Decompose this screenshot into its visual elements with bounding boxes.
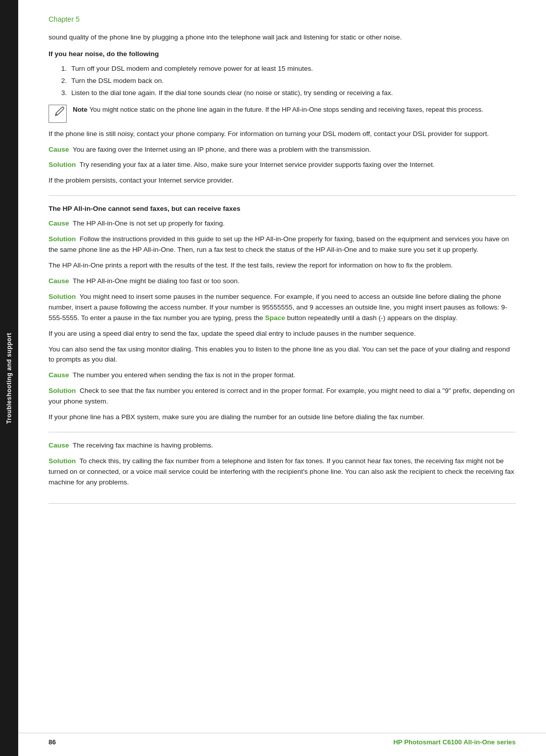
- cause-4: Cause The number you entered when sendin…: [49, 370, 516, 381]
- solution-4-text1: Check to see that the fax number you ent…: [49, 387, 515, 405]
- solution-3-line2: If you are using a speed dial entry to s…: [49, 329, 516, 339]
- numbered-steps-list: 1. Turn off your DSL modem and completel…: [59, 64, 516, 99]
- pencil-svg: [55, 106, 65, 116]
- solution-4-line2: If your phone line has a PBX system, mak…: [49, 412, 516, 423]
- solution-1-text: Try resending your fax at a later time. …: [79, 161, 435, 168]
- solution-5-label: Solution: [49, 457, 76, 465]
- solution-1: Solution Try resending your fax at a lat…: [49, 160, 516, 170]
- step-3: 3. Listen to the dial tone again. If the…: [59, 88, 516, 99]
- chapter-header: Chapter 5: [49, 15, 516, 23]
- cause-1-text: You are faxing over the Internet using a…: [73, 146, 371, 153]
- solution-4-line1: Solution Check to see that the fax numbe…: [49, 386, 516, 407]
- note-box: NoteYou might notice static on the phone…: [49, 105, 516, 123]
- divider-2: [49, 432, 516, 432]
- cause-5: Cause The receiving fax machine is havin…: [49, 440, 516, 451]
- sidebar-label: Troubleshooting and support: [6, 332, 13, 423]
- solution-3-line1: Solution You might need to insert some p…: [49, 292, 516, 324]
- cause-1-label: Cause: [49, 146, 69, 153]
- note-icon: [49, 105, 67, 123]
- space-label: Space: [265, 314, 285, 322]
- note-label: Note: [73, 106, 87, 113]
- footer: 86 HP Photosmart C6100 All-in-One series: [18, 733, 546, 746]
- cause-5-label: Cause: [49, 441, 69, 449]
- solution-5-text1: To check this, try calling the fax numbe…: [49, 457, 514, 486]
- note-text: NoteYou might notice static on the phone…: [73, 105, 483, 115]
- cause-5-text: The receiving fax machine is having prob…: [73, 441, 213, 449]
- cause-4-text: The number you entered when sending the …: [73, 371, 296, 379]
- intro-paragraph: sound quality of the phone line by plugg…: [49, 32, 516, 43]
- cause-2: Cause The HP All-in-One is not set up pr…: [49, 218, 516, 229]
- solution-2-text1: Follow the instructions provided in this…: [49, 235, 509, 253]
- solution-2-line2: The HP All-in-One prints a report with t…: [49, 260, 516, 271]
- step-2: 2. Turn the DSL modem back on.: [59, 76, 516, 86]
- main-content: Chapter 5 sound quality of the phone lin…: [18, 0, 546, 532]
- solution-3-line3: You can also send the fax using monitor …: [49, 344, 516, 366]
- footer-brand: HP Photosmart C6100 All-in-One series: [393, 738, 516, 746]
- sidebar: Troubleshooting and support: [0, 0, 18, 756]
- solution-5-line1: Solution To check this, try calling the …: [49, 456, 516, 488]
- cause-2-label: Cause: [49, 219, 69, 227]
- after-note-para: If the phone line is still noisy, contac…: [49, 129, 516, 140]
- divider-1: [49, 195, 516, 196]
- section-heading-1: The HP All-in-One cannot send faxes, but…: [49, 204, 516, 214]
- after-solution-1: If the problem persists, contact your In…: [49, 175, 516, 186]
- cause-2-text: The HP All-in-One is not set up properly…: [73, 219, 225, 227]
- cause-3: Cause The HP All-in-One might be dialing…: [49, 276, 516, 287]
- solution-2-label: Solution: [49, 235, 76, 243]
- note-content: You might notice static on the phone lin…: [89, 106, 483, 113]
- cause-4-label: Cause: [49, 371, 69, 379]
- cause-1: Cause You are faxing over the Internet u…: [49, 145, 516, 155]
- bold-heading-noise: If you hear noise, do the following: [49, 49, 516, 60]
- solution-3-text2: button repeatedly until a dash (-) appea…: [287, 314, 458, 322]
- solution-2-line1: Solution Follow the instructions provide…: [49, 234, 516, 255]
- solution-3-label: Solution: [49, 293, 76, 300]
- solution-4-label: Solution: [49, 387, 76, 394]
- divider-3: [49, 503, 516, 504]
- cause-3-label: Cause: [49, 277, 69, 285]
- step-1: 1. Turn off your DSL modem and completel…: [59, 64, 516, 74]
- solution-1-label: Solution: [49, 161, 76, 168]
- cause-3-text: The HP All-in-One might be dialing too f…: [73, 277, 240, 285]
- footer-page-number: 86: [49, 738, 56, 746]
